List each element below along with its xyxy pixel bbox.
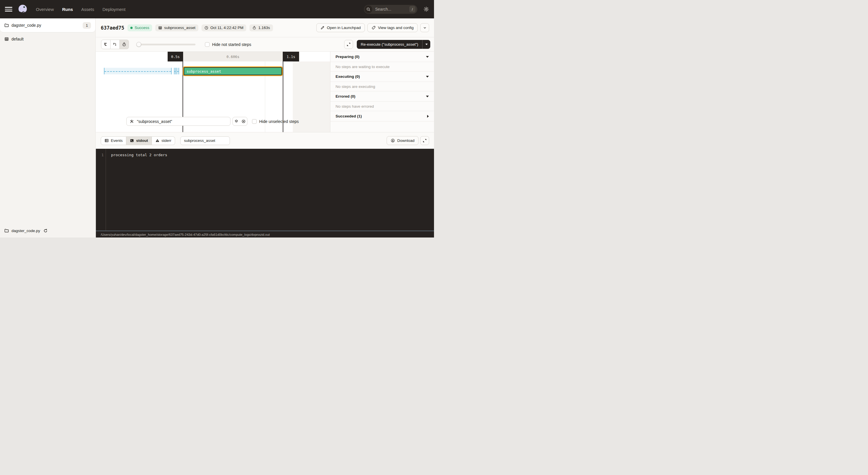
tag-icon — [371, 26, 376, 30]
view-tags-config-label: View tags and config — [378, 26, 414, 30]
chevron-down-icon — [423, 26, 427, 30]
panel-section-errored[interactable]: Errored (0) — [330, 91, 434, 102]
gantt-end-marker: 1.1s — [283, 52, 299, 61]
log-actions: Download — [386, 136, 429, 145]
log-step-selector-value: subprocess_asset — [184, 139, 215, 143]
sidebar-item-default-repo[interactable]: default — [0, 32, 95, 46]
events-table-icon — [104, 139, 109, 143]
code-location-item[interactable]: dagster_code.py 1 — [0, 19, 95, 32]
collapse-triangle-icon — [426, 96, 429, 97]
panel-section-errored-body: No steps have errored — [330, 102, 434, 111]
stdout-log-viewer[interactable]: 1 processing total 2 orders — [96, 149, 434, 231]
hide-unselected-checkbox[interactable] — [252, 119, 257, 124]
start-time-label: Oct 11, 4:22:42 PM — [210, 26, 243, 30]
stopwatch-icon — [252, 26, 256, 30]
gantt-section: 0.606s 0.5s 1.1s subprocess_asset — [96, 52, 434, 132]
gantt-waiting-segment — [177, 68, 179, 75]
view-mode-flat-button[interactable] — [101, 40, 111, 49]
panel-section-succeeded[interactable]: Succeeded (1) — [330, 111, 434, 121]
tab-stderr-label: stderr — [162, 139, 172, 143]
reexecute-split-button[interactable]: Re-execute ("subprocess_asset") — [357, 40, 430, 49]
code-location-count-badge: 1 — [83, 22, 91, 29]
nav-item-assets[interactable]: Assets — [81, 7, 94, 12]
hide-not-started-checkbox[interactable] — [205, 42, 210, 47]
flat-list-icon — [104, 42, 108, 47]
dagster-logo-icon[interactable] — [17, 3, 28, 15]
folder-icon — [4, 23, 9, 28]
primary-nav: Overview Runs Assets Deployment — [36, 7, 125, 12]
nav-item-overview[interactable]: Overview — [36, 7, 54, 12]
view-mode-timed-button[interactable] — [120, 40, 129, 49]
tab-stderr[interactable]: stderr — [152, 137, 175, 145]
run-status-badge: Success — [127, 24, 152, 31]
view-mode-waterfall-button[interactable] — [111, 40, 120, 49]
status-dot-icon — [130, 27, 133, 29]
search-icon — [365, 5, 372, 13]
log-file-path: /Users/yuhan/dev/local/dagster_home/stor… — [101, 233, 270, 236]
view-tags-config-button[interactable]: View tags and config — [367, 23, 417, 32]
start-time-tag: Oct 11, 4:22:42 PM — [202, 24, 246, 31]
hide-not-started-checkbox-row[interactable]: Hide not started steps — [205, 42, 251, 47]
duration-tag: 1.163s — [249, 24, 273, 31]
step-graph-icon — [129, 119, 134, 124]
folder-icon — [4, 228, 9, 233]
open-in-launchpad-label: Open in Launchpad — [327, 26, 361, 30]
download-label: Download — [397, 139, 414, 143]
collapse-triangle-icon — [426, 76, 429, 78]
section-empty-text: No steps have errored — [336, 104, 374, 109]
panel-section-preparing[interactable]: Preparing (0) — [330, 52, 434, 62]
nav-item-runs[interactable]: Runs — [62, 7, 73, 12]
top-nav: Overview Runs Assets Deployment / — [0, 0, 434, 19]
gantt-toolbar: Hide not started steps Re-execute ("subp… — [96, 37, 434, 52]
step-status-panel: Preparing (0) No steps are waiting to ex… — [330, 52, 434, 132]
panel-section-executing[interactable]: Executing (0) — [330, 71, 434, 82]
caret-down-icon — [425, 43, 428, 45]
duration-label: 1.163s — [258, 26, 270, 30]
collapse-triangle-icon — [426, 56, 429, 58]
stopwatch-icon — [122, 42, 126, 47]
reexecute-dropdown-button[interactable] — [423, 40, 430, 49]
gantt-duration-strip: 0.606s — [183, 52, 283, 61]
nav-item-deployment[interactable]: Deployment — [102, 7, 125, 12]
panel-section-preparing-body: No steps are waiting to execute — [330, 62, 434, 71]
step-filter-input[interactable] — [136, 119, 227, 124]
job-tag[interactable]: subprocess_asset — [155, 24, 198, 31]
log-fullscreen-button[interactable] — [420, 136, 429, 145]
log-file-path-bar: /Users/yuhan/dev/local/dagster_home/stor… — [96, 231, 434, 237]
step-filter-input-wrap[interactable] — [126, 117, 230, 126]
fullscreen-icon — [423, 139, 427, 143]
log-line: 1 processing total 2 orders — [96, 149, 434, 158]
clock-icon — [205, 26, 208, 30]
log-step-selector[interactable]: subprocess_asset — [180, 137, 230, 145]
global-search[interactable]: / — [364, 5, 417, 14]
tab-events[interactable]: Events — [101, 137, 126, 145]
search-shortcut-key: / — [409, 6, 415, 12]
hide-not-started-label: Hide not started steps — [212, 42, 251, 47]
gantt-zoom-slider-handle[interactable] — [136, 42, 141, 47]
run-header: 637aed75 Success subprocess_asset Oct 11… — [96, 19, 434, 37]
hide-unselected-checkbox-row[interactable]: Hide unselected steps — [252, 119, 299, 124]
run-id: 637aed75 — [101, 25, 124, 31]
gantt-step-bar-subprocess-asset[interactable]: subprocess_asset — [184, 67, 282, 75]
gantt-fullscreen-button[interactable] — [344, 40, 353, 49]
job-tag-label: subprocess_asset — [164, 26, 195, 30]
tab-stdout[interactable]: stdout — [126, 137, 152, 145]
hamburger-menu-icon[interactable] — [5, 5, 12, 13]
gantt-chart[interactable]: 0.606s 0.5s 1.1s subprocess_asset — [96, 52, 330, 132]
open-in-launchpad-button[interactable]: Open in Launchpad — [316, 23, 365, 32]
download-log-button[interactable]: Download — [386, 136, 418, 145]
run-more-actions-button[interactable] — [420, 23, 429, 32]
settings-gear-icon[interactable] — [423, 6, 429, 12]
clear-filter-button[interactable] — [240, 117, 247, 125]
reexecute-label[interactable]: Re-execute ("subprocess_asset") — [357, 40, 422, 49]
job-grid-icon — [158, 26, 162, 30]
step-filter-row: Hide unselected steps — [126, 117, 299, 126]
gantt-zoom-slider[interactable] — [137, 43, 195, 46]
gantt-end-marker-label: 1.1s — [286, 55, 295, 59]
hide-unselected-label: Hide unselected steps — [259, 119, 299, 124]
section-empty-text: No steps are waiting to execute — [336, 65, 390, 69]
apply-filter-layers-button[interactable] — [233, 117, 240, 125]
search-input[interactable] — [375, 7, 409, 12]
section-empty-text: No steps are executing — [336, 84, 375, 89]
reload-icon[interactable] — [43, 229, 48, 233]
